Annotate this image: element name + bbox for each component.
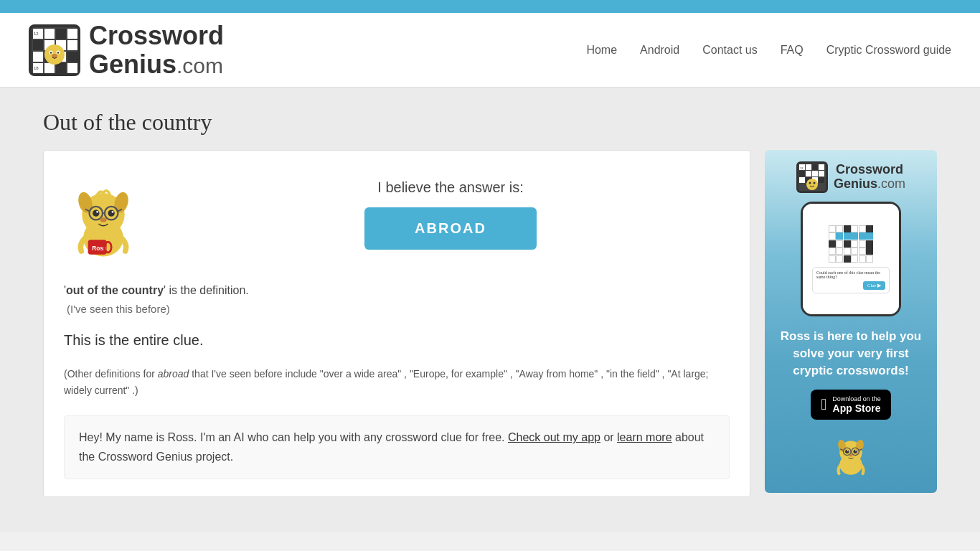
content-area: Ross I believe the answer is: ABROAD 'ou… bbox=[43, 150, 937, 496]
svg-point-68 bbox=[845, 449, 849, 453]
svg-point-24 bbox=[57, 52, 59, 53]
main-nav: Home Android Contact us FAQ Cryptic Cros… bbox=[586, 44, 951, 57]
def-suffix: ' is the definition. bbox=[164, 284, 249, 296]
svg-point-39 bbox=[100, 217, 106, 222]
nav-cryptic-guide[interactable]: Cryptic Crossword guide bbox=[826, 44, 951, 57]
svg-rect-52 bbox=[819, 171, 824, 176]
ross-intro-text: Hey! My name is Ross. I'm an AI who can … bbox=[79, 431, 505, 443]
svg-point-69 bbox=[854, 449, 857, 453]
app-store-button[interactable]:  Download on the App Store bbox=[811, 390, 891, 420]
svg-text:18: 18 bbox=[34, 66, 39, 70]
svg-rect-48 bbox=[819, 164, 824, 170]
other-defs-word: abroad bbox=[158, 368, 189, 380]
entire-clue: This is the entire clue. bbox=[64, 332, 730, 349]
page-title: Out of the country bbox=[43, 109, 937, 136]
phone-mockup: Could each one of this clue mean the sam… bbox=[801, 202, 901, 316]
answer-button[interactable]: ABROAD bbox=[364, 207, 537, 250]
svg-rect-50 bbox=[806, 171, 811, 176]
svg-rect-5 bbox=[67, 29, 77, 39]
svg-point-35 bbox=[93, 210, 99, 217]
svg-rect-16 bbox=[56, 63, 66, 73]
site-header: 12 18 CrosswordGenius.com Home Android C… bbox=[0, 13, 980, 88]
seen-before: (I've seen this before) bbox=[64, 303, 170, 315]
ross-intro-box: Hey! My name is Ross. I'm an AI who can … bbox=[64, 415, 730, 479]
nav-faq[interactable]: FAQ bbox=[781, 44, 804, 57]
check-app-link[interactable]: Check out my app bbox=[508, 431, 600, 443]
svg-rect-51 bbox=[812, 171, 818, 176]
svg-text:12: 12 bbox=[800, 166, 804, 170]
learn-more-link[interactable]: learn more bbox=[617, 431, 672, 443]
svg-point-60 bbox=[813, 182, 815, 184]
svg-rect-3 bbox=[44, 29, 55, 39]
definition-bold: out of the country bbox=[66, 284, 164, 296]
other-defs-prefix: (Other definitions for bbox=[64, 368, 158, 380]
ad-mascot bbox=[829, 428, 872, 479]
svg-point-36 bbox=[108, 210, 115, 217]
answer-right: I believe the answer is: ABROAD bbox=[171, 179, 730, 250]
ad-logo-icon: 12 bbox=[796, 161, 828, 193]
svg-rect-13 bbox=[67, 52, 77, 62]
phone-screen: Could each one of this clue mean the sam… bbox=[803, 204, 899, 314]
other-definitions: (Other definitions for abroad that I've … bbox=[64, 366, 730, 398]
nav-contact[interactable]: Contact us bbox=[702, 44, 757, 57]
svg-point-59 bbox=[809, 182, 811, 184]
ad-headline: Ross is here to help you solve your very… bbox=[776, 328, 925, 379]
main-card: Ross I believe the answer is: ABROAD 'ou… bbox=[43, 150, 750, 496]
svg-rect-9 bbox=[67, 40, 77, 50]
svg-text:12: 12 bbox=[34, 32, 39, 36]
ad-sidebar: 12 CrosswordGenius.com bbox=[765, 150, 937, 492]
svg-point-58 bbox=[806, 179, 818, 190]
svg-rect-53 bbox=[799, 177, 805, 183]
logo-text: CrosswordGenius.com bbox=[89, 22, 224, 78]
site-logo[interactable]: 12 18 CrosswordGenius.com bbox=[29, 22, 224, 78]
answer-section: Ross I believe the answer is: ABROAD bbox=[64, 168, 730, 261]
svg-rect-49 bbox=[799, 171, 805, 176]
or-text: or bbox=[603, 431, 617, 443]
nav-android[interactable]: Android bbox=[640, 44, 679, 57]
main-wrapper: Out of the country bbox=[0, 88, 980, 532]
svg-rect-56 bbox=[819, 177, 824, 183]
nav-home[interactable]: Home bbox=[586, 44, 617, 57]
svg-rect-4 bbox=[56, 29, 66, 39]
definition-section: 'out of the country' is the definition. … bbox=[64, 281, 730, 318]
svg-point-38 bbox=[112, 211, 114, 213]
ad-logo-area: 12 CrosswordGenius.com bbox=[776, 161, 925, 193]
app-store-text: Download on the App Store bbox=[832, 395, 881, 414]
svg-rect-46 bbox=[806, 164, 811, 170]
top-bar bbox=[0, 0, 980, 13]
svg-rect-17 bbox=[67, 63, 77, 73]
svg-point-70 bbox=[847, 450, 849, 451]
svg-rect-6 bbox=[33, 40, 43, 50]
ad-logo-text: CrosswordGenius.com bbox=[834, 163, 905, 192]
svg-point-23 bbox=[50, 52, 52, 53]
svg-point-72 bbox=[849, 453, 852, 456]
mascot-image: Ross bbox=[64, 168, 143, 261]
svg-rect-10 bbox=[33, 52, 43, 62]
svg-point-37 bbox=[96, 211, 98, 213]
logo-icon: 12 18 bbox=[29, 24, 80, 76]
apple-icon:  bbox=[821, 395, 826, 414]
svg-rect-47 bbox=[812, 164, 818, 170]
answer-label: I believe the answer is: bbox=[377, 179, 523, 196]
svg-rect-15 bbox=[44, 63, 55, 73]
svg-point-71 bbox=[855, 450, 857, 451]
